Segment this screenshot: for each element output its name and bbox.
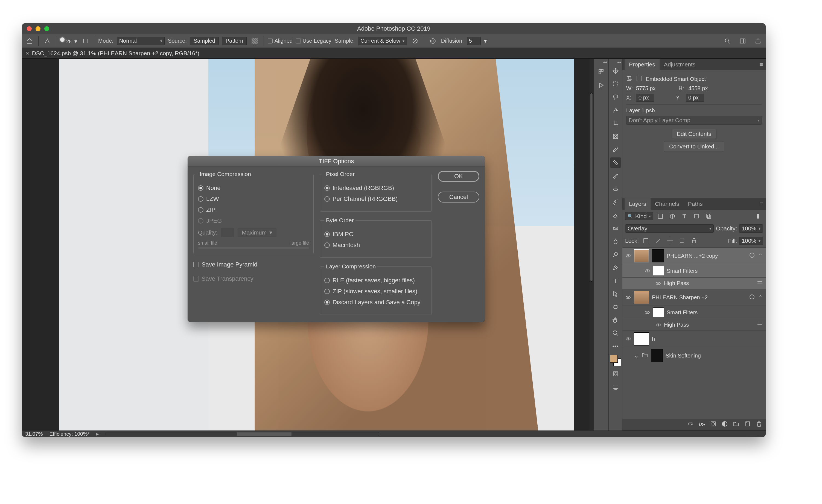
filter-row[interactable]: High Pass — [623, 319, 766, 330]
panel-menu-icon[interactable]: ≡ — [757, 198, 766, 210]
layer-style-icon[interactable]: fx▾ — [699, 421, 705, 429]
history-panel-icon[interactable] — [595, 66, 606, 77]
pixel-perchannel-radio[interactable]: Per Channel (RRGGBB) — [324, 195, 427, 203]
tab-layers[interactable]: Layers — [625, 198, 651, 210]
close-tab-icon[interactable]: × — [26, 50, 29, 57]
frame-tool-icon[interactable] — [610, 131, 621, 142]
visibility-icon[interactable] — [625, 353, 631, 359]
chevron-right-icon[interactable]: ▸ — [96, 431, 99, 437]
collapse-icon[interactable]: ◂◂ — [609, 60, 622, 64]
save-pyramid-checkbox[interactable]: Save Image Pyramid — [193, 261, 314, 268]
delete-layer-icon[interactable] — [756, 421, 762, 429]
byte-mac-radio[interactable]: Macintosh — [324, 242, 427, 249]
new-layer-icon[interactable] — [744, 421, 751, 429]
traffic-lights[interactable] — [22, 26, 49, 31]
compression-zip-radio[interactable]: ZIP — [198, 206, 309, 213]
marquee-tool-icon[interactable] — [610, 79, 621, 89]
layer-discard-radio[interactable]: Discard Layers and Save a Copy — [324, 299, 427, 306]
crop-tool-icon[interactable] — [610, 118, 621, 128]
gradient-tool-icon[interactable] — [610, 223, 621, 233]
visibility-icon[interactable] — [655, 280, 661, 286]
filter-blending-icon[interactable] — [756, 321, 763, 329]
type-filter-icon[interactable] — [680, 211, 689, 221]
lock-all-icon[interactable] — [689, 236, 699, 246]
pixel-filter-icon[interactable] — [656, 211, 665, 221]
chevron-down-icon[interactable]: ▾ — [484, 38, 487, 44]
lock-pixels-icon[interactable] — [653, 236, 663, 246]
blur-tool-icon[interactable] — [610, 236, 621, 247]
visibility-icon[interactable] — [625, 294, 631, 300]
minimize-window-icon[interactable] — [36, 26, 40, 31]
tab-channels[interactable]: Channels — [651, 198, 684, 210]
filter-row[interactable]: High Pass — [623, 277, 766, 289]
smartobject-filter-icon[interactable] — [704, 211, 714, 221]
lock-artboard-icon[interactable] — [677, 236, 687, 246]
maximize-window-icon[interactable] — [44, 26, 49, 31]
layer-thumbnail[interactable] — [634, 291, 649, 304]
layer-row[interactable]: PHLEARN Sharpen +2 ⌃ — [623, 289, 766, 306]
layer-zip-radio[interactable]: ZIP (slower saves, smaller files) — [324, 288, 427, 295]
tool-preset-icon[interactable] — [42, 36, 52, 46]
pen-tool-icon[interactable] — [610, 262, 621, 273]
blend-mode-select[interactable]: Overlay ▾ — [625, 224, 714, 233]
move-tool-icon[interactable] — [610, 66, 621, 76]
eyedropper-tool-icon[interactable] — [610, 144, 621, 155]
visibility-icon[interactable] — [625, 253, 631, 259]
tab-adjustments[interactable]: Adjustments — [660, 59, 700, 70]
shape-filter-icon[interactable] — [692, 211, 702, 221]
status-scrollbar[interactable] — [105, 432, 379, 436]
close-window-icon[interactable] — [27, 26, 32, 31]
layer-row[interactable]: PHLEARN ...+2 copy ⌃ — [623, 247, 766, 264]
quick-select-tool-icon[interactable] — [610, 105, 621, 115]
layer-name[interactable]: Skin Softening — [666, 353, 763, 359]
zoom-tool-icon[interactable] — [610, 328, 621, 338]
layer-thumbnail[interactable] — [634, 249, 649, 262]
scrollbar-thumb[interactable] — [590, 93, 593, 282]
pattern-preview-icon[interactable] — [250, 36, 260, 46]
adjustment-filter-icon[interactable] — [668, 211, 677, 221]
byte-ibm-radio[interactable]: IBM PC — [324, 231, 427, 238]
eraser-tool-icon[interactable] — [610, 210, 621, 220]
collapse-icon[interactable]: ◂◂ — [594, 60, 608, 65]
opacity-input[interactable]: 100%▾ — [739, 224, 763, 233]
edit-toolbar-icon[interactable]: ••• — [610, 341, 621, 351]
aligned-checkbox[interactable]: Aligned — [268, 38, 293, 44]
clone-stamp-tool-icon[interactable] — [610, 184, 621, 194]
smart-filters-row[interactable]: Smart Filters — [623, 306, 766, 319]
filter-blending-icon[interactable] — [756, 279, 763, 287]
y-input[interactable]: 0 px — [686, 94, 704, 102]
fill-input[interactable]: 100%▾ — [739, 237, 763, 245]
ok-button[interactable]: OK — [438, 171, 479, 182]
convert-to-linked-button[interactable]: Convert to Linked... — [664, 142, 724, 151]
visibility-icon[interactable] — [655, 322, 661, 328]
compression-lzw-radio[interactable]: LZW — [198, 195, 309, 203]
diffusion-input[interactable]: 5 — [467, 37, 481, 45]
brush-settings-icon[interactable] — [80, 36, 90, 46]
brush-tool-icon[interactable] — [610, 171, 621, 181]
edit-contents-button[interactable]: Edit Contents — [672, 129, 717, 139]
cancel-button[interactable]: Cancel — [438, 192, 479, 203]
mask-thumbnail[interactable] — [652, 249, 664, 262]
layer-mask-icon[interactable] — [710, 421, 717, 429]
color-swatches[interactable] — [610, 355, 621, 366]
dodge-tool-icon[interactable] — [610, 249, 621, 260]
chevron-down-icon[interactable]: ⌄ — [634, 352, 639, 359]
quick-mask-icon[interactable] — [610, 369, 621, 379]
panel-menu-icon[interactable]: ≡ — [757, 59, 766, 70]
pixel-interleaved-radio[interactable]: Interleaved (RGBRGB) — [324, 184, 427, 192]
x-input[interactable]: 0 px — [636, 94, 654, 102]
filter-kind-select[interactable]: 🔍 Kind ▾ — [625, 212, 653, 220]
layer-name[interactable]: h — [652, 336, 763, 342]
visibility-icon[interactable] — [625, 336, 631, 342]
pressure-size-icon[interactable] — [428, 36, 438, 46]
layer-rle-radio[interactable]: RLE (faster saves, bigger files) — [324, 277, 427, 284]
shape-tool-icon[interactable] — [610, 302, 621, 312]
lock-position-icon[interactable] — [665, 236, 675, 246]
tab-paths[interactable]: Paths — [684, 198, 707, 210]
visibility-icon[interactable] — [644, 268, 650, 274]
share-icon[interactable] — [753, 36, 763, 46]
type-tool-icon[interactable] — [610, 276, 621, 286]
tab-properties[interactable]: Properties — [625, 59, 660, 70]
history-brush-tool-icon[interactable] — [610, 197, 621, 207]
workspace-switcher-icon[interactable] — [738, 36, 748, 46]
